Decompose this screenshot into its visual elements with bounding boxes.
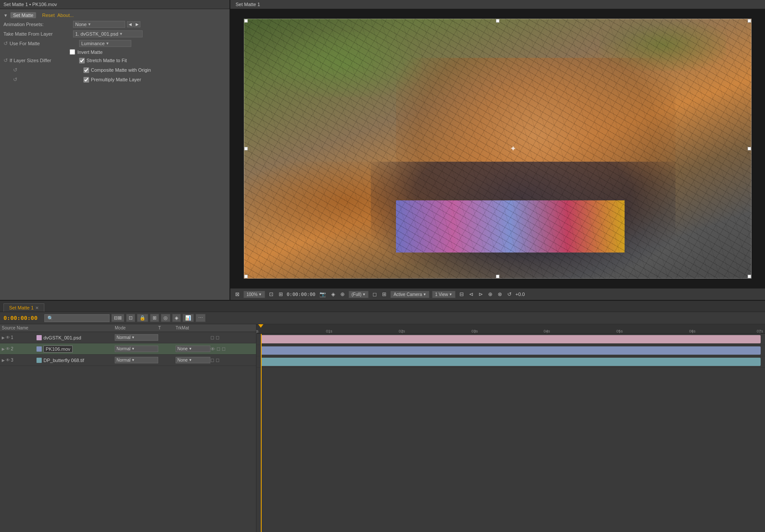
view-dropdown[interactable]: 1 View ▼ <box>432 291 456 298</box>
stretch-matte-checkbox[interactable] <box>79 58 85 63</box>
col-header-trkmat: TrkMat <box>176 326 210 330</box>
invert-matte-row: Invert Matte <box>57 48 230 56</box>
layer-2-mode-dropdown[interactable]: Normal ▼ <box>115 346 158 352</box>
expand-arrow[interactable]: ▼ <box>3 13 8 18</box>
layer-2-switch2[interactable]: ◻ <box>222 346 226 352</box>
layer-3-mode-dropdown[interactable]: Normal ▼ <box>115 357 158 363</box>
search-input[interactable] <box>44 314 110 322</box>
layer-1-switch-1[interactable]: ◻ <box>210 335 214 340</box>
columns-button[interactable]: ⊞ <box>150 314 159 322</box>
reset-button[interactable]: Reset <box>42 13 55 18</box>
guide-icon[interactable]: ⊕ <box>339 290 346 298</box>
fx-header: ▼ Set Matte Reset About... <box>0 11 230 20</box>
track-bar-1 <box>261 335 761 343</box>
layer-3-num: 3 <box>11 358 13 362</box>
layer-1-expand[interactable]: ▶ <box>2 336 5 340</box>
grid-icon[interactable]: ⊞ <box>381 290 388 298</box>
track-bar-2 <box>261 346 761 355</box>
split-comp-button[interactable]: ⊟⊠ <box>111 314 124 322</box>
animation-presets-label: Animation Presets: <box>3 22 73 27</box>
pixel-aspect-icon[interactable]: ⊞ <box>277 290 284 298</box>
crosshair-indicator: ✦ <box>510 144 516 153</box>
col-header-mode: Mode <box>115 326 158 330</box>
camera-icon[interactable]: 📷 <box>318 290 327 298</box>
track-row-2[interactable] <box>256 345 765 356</box>
layer-2-switch[interactable]: ◻ <box>216 346 220 352</box>
premultiply-checkbox[interactable] <box>83 77 89 83</box>
layer-row: ▶ 👁 1 dvGSTK_001.psd Normal ▼ ◻ ◻ <box>0 332 256 343</box>
preview-canvas[interactable]: ✦ <box>230 9 765 288</box>
timeline-tabs: Set Matte 1 ✕ <box>0 301 765 312</box>
solo-mode-button[interactable]: ⊡ <box>126 314 135 322</box>
timeline-body: Source Name Mode T TrkMat ▶ 👁 1 dvGSTK_0… <box>0 324 765 532</box>
motion-blur-button[interactable]: ◎ <box>161 314 170 322</box>
timeline-tab-set-matte[interactable]: Set Matte 1 ✕ <box>3 303 44 312</box>
use-matte-reset-icon[interactable]: ↺ <box>3 40 8 47</box>
preview-panel: Set Matte 1 <box>230 0 765 300</box>
layer-2-expand[interactable]: ▶ <box>2 347 5 351</box>
preview-timecode: 0:00:00:00 <box>287 292 316 297</box>
next-preset-button[interactable]: ▶ <box>134 21 140 27</box>
timeline-ruler[interactable]: 0s 01s 02s 03s 04s 05s 06s 07s <box>256 324 765 334</box>
layer-1-mode-dropdown[interactable]: Normal ▼ <box>115 334 158 341</box>
layer-sizes-label: If Layer Sizes Differ <box>10 58 79 63</box>
layer-1-name: dvGSTK_001.psd <box>43 335 81 340</box>
layer-2-eye2[interactable]: 👁 <box>210 346 215 352</box>
layer-1-switch-2[interactable]: ◻ <box>216 335 220 340</box>
layer-3-switch2[interactable]: ◻ <box>216 357 220 363</box>
premultiply-label[interactable]: Premultiply Matte Layer <box>91 77 141 82</box>
time-remapping-button[interactable]: ⋯ <box>196 314 206 322</box>
preview-title-text: Set Matte 1 <box>236 2 260 7</box>
quality-dropdown[interactable]: (Full) ▼ <box>349 291 369 298</box>
track-row-1[interactable] <box>256 334 765 345</box>
layer-2-eye[interactable]: 👁 <box>6 346 10 351</box>
flow-icon[interactable]: ⊕ <box>487 290 494 298</box>
layer-3-switch[interactable]: ◻ <box>210 357 214 363</box>
layer-3-expand[interactable]: ▶ <box>2 358 5 362</box>
animation-presets-dropdown[interactable]: None ▼ <box>73 21 125 28</box>
layer-sizes-row: ↺ If Layer Sizes Differ Stretch Matte to… <box>0 56 230 65</box>
region-icon[interactable]: ◻ <box>371 290 378 298</box>
premultiply-reset-icon[interactable]: ↺ <box>13 76 17 83</box>
invert-matte-checkbox[interactable] <box>70 49 75 55</box>
next-frame-icon[interactable]: ⊳ <box>477 290 484 298</box>
transparency-icon[interactable]: ◈ <box>330 290 336 298</box>
stretch-matte-label[interactable]: Stretch Matte to Fit <box>86 58 127 63</box>
tab-close-button[interactable]: ✕ <box>35 306 39 310</box>
layer-3-eye[interactable]: 👁 <box>6 358 10 362</box>
frame-mix-button[interactable]: ◈ <box>172 314 181 322</box>
prev-frame-icon[interactable]: ⊲ <box>468 290 475 298</box>
track-row-3[interactable] <box>256 356 765 368</box>
layer-sizes-reset-icon[interactable]: ↺ <box>3 57 8 63</box>
about-button[interactable]: About... <box>57 13 74 18</box>
use-for-matte-dropdown[interactable]: Luminance ▼ <box>79 40 131 47</box>
layer-sizes-control: Stretch Matte to Fit <box>79 58 226 63</box>
effects-panel: Set Matte 1 • PK106.mov ▼ Set Matte Rese… <box>0 0 230 300</box>
composite-matte-label[interactable]: Composite Matte with Origin <box>91 67 151 73</box>
layer-1-eye[interactable]: 👁 <box>6 335 10 340</box>
renderer-icon[interactable]: ↺ <box>506 290 513 298</box>
composite-reset-icon[interactable]: ↺ <box>13 67 17 73</box>
zoom-dropdown[interactable]: 100% ▼ <box>243 291 265 298</box>
layer-2-name: PK106.mov <box>46 346 70 352</box>
fit-screen-icon[interactable]: ⊡ <box>268 290 275 298</box>
camera-dropdown[interactable]: Active Camera ▼ <box>390 291 429 298</box>
track-bar-3 <box>261 358 761 366</box>
graph-editor-button[interactable]: 📊 <box>183 314 194 322</box>
take-matte-dropdown[interactable]: 1. dvGSTK_001.psd ▼ <box>73 30 143 37</box>
render-queue-icon[interactable]: ⊟ <box>458 290 465 298</box>
layer-3-name: DP_butterfly 068.tif <box>43 358 84 363</box>
layer-2-trkmat-dropdown[interactable]: None ▼ <box>176 346 210 352</box>
composite-matte-checkbox[interactable] <box>83 67 89 73</box>
layer-1-color <box>37 335 42 340</box>
invert-matte-label[interactable]: Invert Matte <box>77 50 103 55</box>
prev-preset-button[interactable]: ◀ <box>127 21 133 27</box>
col-header-t: T <box>158 326 176 330</box>
snapping-icon[interactable]: ⊠ <box>234 290 241 298</box>
composite-matte-row: ↺ Composite Matte with Origin <box>0 65 230 75</box>
3d-icon[interactable]: ⊗ <box>496 290 503 298</box>
current-time-display[interactable]: 0:00:00:00 <box>3 315 43 321</box>
layer-3-trkmat-dropdown[interactable]: None ▼ <box>176 357 210 363</box>
lock-button[interactable]: 🔒 <box>137 314 148 322</box>
layers-header: Source Name Mode T TrkMat <box>0 324 256 332</box>
